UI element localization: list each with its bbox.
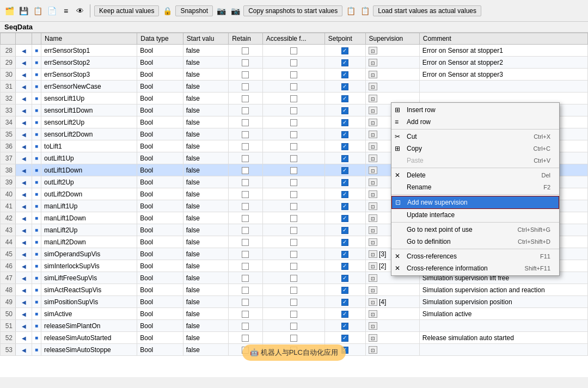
row-setpoint[interactable]: [324, 69, 365, 81]
table-row[interactable]: 48 ◀ ■ simActReactSupVis Bool false ⊡ Si…: [1, 284, 588, 296]
row-access[interactable]: [262, 332, 324, 344]
row-setpoint[interactable]: [324, 296, 365, 308]
table-row[interactable]: 49 ◀ ■ simPositionSupVis Bool false ⊡ [4…: [1, 296, 588, 308]
row-access[interactable]: [262, 320, 324, 332]
ctx-item-11[interactable]: ✕Cross-referencesF11: [391, 250, 559, 262]
row-retain[interactable]: [229, 224, 263, 236]
row-retain[interactable]: [229, 93, 263, 104]
row-setpoint[interactable]: [324, 128, 365, 140]
row-setpoint[interactable]: [324, 260, 365, 272]
row-setpoint[interactable]: [324, 176, 365, 188]
table-row[interactable]: 50 ◀ ■ simActive Bool false ⊡ Simulation…: [1, 308, 588, 320]
row-retain[interactable]: [229, 81, 263, 93]
table-row[interactable]: 29 ◀ ■ errSensorStop2 Bool false ⊡ Error…: [1, 57, 588, 69]
row-setpoint[interactable]: [324, 116, 365, 128]
row-setpoint[interactable]: [324, 140, 365, 152]
table-row[interactable]: 31 ◀ ■ errSensorNewCase Bool false ⊡: [1, 81, 588, 93]
row-retain[interactable]: [229, 164, 263, 176]
row-setpoint[interactable]: [324, 272, 365, 284]
row-setpoint[interactable]: [324, 212, 365, 224]
row-access[interactable]: [262, 224, 324, 236]
row-access[interactable]: [262, 128, 324, 140]
ctx-item-7[interactable]: ⊡Add new supervision: [391, 196, 559, 209]
row-retain[interactable]: [229, 320, 263, 332]
ctx-item-0[interactable]: ⊞Insert row: [391, 104, 559, 116]
row-retain[interactable]: [229, 57, 263, 69]
table-row[interactable]: 51 ◀ ■ releaseSimPlantOn Bool false ⊡: [1, 320, 588, 332]
row-setpoint[interactable]: [324, 188, 365, 200]
ctx-item-3[interactable]: ⊞CopyCtrl+C: [391, 143, 559, 155]
row-access[interactable]: [262, 45, 324, 57]
row-setpoint[interactable]: [324, 236, 365, 248]
row-access[interactable]: [262, 93, 324, 104]
row-setpoint[interactable]: [324, 224, 365, 236]
row-retain[interactable]: [229, 212, 263, 224]
row-setpoint[interactable]: [324, 93, 365, 104]
row-access[interactable]: [262, 248, 324, 260]
row-retain[interactable]: [229, 272, 263, 284]
toolbar-icon-7[interactable]: 📷: [215, 5, 227, 17]
toolbar-icon-5[interactable]: ≡: [60, 5, 72, 17]
row-setpoint[interactable]: [324, 81, 365, 93]
row-retain[interactable]: [229, 284, 263, 296]
row-access[interactable]: [262, 69, 324, 81]
row-retain[interactable]: [229, 152, 263, 164]
table-row[interactable]: 28 ◀ ■ errSensorStop1 Bool false ⊡ Error…: [1, 45, 588, 57]
ctx-item-5[interactable]: ✕DeleteDel: [391, 169, 559, 181]
toolbar-icon-lock[interactable]: 🔒: [161, 5, 173, 17]
row-access[interactable]: [262, 212, 324, 224]
ctx-item-10[interactable]: Go to definitionCtrl+Shift+D: [391, 236, 559, 248]
table-row[interactable]: 30 ◀ ■ errSensorStop3 Bool false ⊡ Error…: [1, 69, 588, 81]
row-access[interactable]: [262, 104, 324, 116]
row-access[interactable]: [262, 188, 324, 200]
row-access[interactable]: [262, 176, 324, 188]
row-access[interactable]: [262, 272, 324, 284]
ctx-item-9[interactable]: Go to next point of useCtrl+Shift+G: [391, 224, 559, 236]
row-retain[interactable]: [229, 69, 263, 81]
load-start-button[interactable]: Load start values as actual values: [373, 5, 481, 16]
row-access[interactable]: [262, 57, 324, 69]
row-retain[interactable]: [229, 236, 263, 248]
row-access[interactable]: [262, 308, 324, 320]
row-retain[interactable]: [229, 308, 263, 320]
ctx-item-1[interactable]: ≡Add row: [391, 116, 559, 128]
copy-snapshots-button[interactable]: Copy snapshots to start values: [243, 5, 342, 16]
ctx-item-2[interactable]: ✂CutCtrl+X: [391, 131, 559, 143]
row-retain[interactable]: [229, 200, 263, 212]
row-access[interactable]: [262, 164, 324, 176]
row-retain[interactable]: [229, 104, 263, 116]
row-retain[interactable]: [229, 260, 263, 272]
row-access[interactable]: [262, 152, 324, 164]
row-access[interactable]: [262, 116, 324, 128]
row-setpoint[interactable]: [324, 104, 365, 116]
row-retain[interactable]: [229, 332, 263, 344]
row-access[interactable]: [262, 296, 324, 308]
ctx-item-4[interactable]: PasteCtrl+V: [391, 155, 559, 167]
ctx-item-8[interactable]: Update interface: [391, 209, 559, 221]
row-setpoint[interactable]: [324, 45, 365, 57]
toolbar-icon-3[interactable]: 📋: [32, 5, 44, 17]
row-retain[interactable]: [229, 140, 263, 152]
toolbar-icon-8[interactable]: 📷: [229, 5, 241, 17]
row-setpoint[interactable]: [324, 248, 365, 260]
ctx-item-12[interactable]: ✕Cross-reference informationShift+F11: [391, 262, 559, 274]
row-access[interactable]: [262, 284, 324, 296]
toolbar-icon-1[interactable]: 🗂️: [3, 5, 15, 17]
row-access[interactable]: [262, 260, 324, 272]
row-access[interactable]: [262, 200, 324, 212]
row-setpoint[interactable]: [324, 200, 365, 212]
row-retain[interactable]: [229, 188, 263, 200]
toolbar-icon-2[interactable]: 💾: [17, 5, 29, 17]
toolbar-icon-10[interactable]: 📋: [359, 5, 371, 17]
row-setpoint[interactable]: [324, 320, 365, 332]
toolbar-icon-4[interactable]: 📄: [46, 5, 58, 17]
row-access[interactable]: [262, 81, 324, 93]
toolbar-icon-6[interactable]: 👁: [74, 5, 86, 17]
row-setpoint[interactable]: [324, 332, 365, 344]
table-row[interactable]: 52 ◀ ■ releaseSimAutoStarted Bool false …: [1, 332, 588, 344]
row-retain[interactable]: [229, 248, 263, 260]
row-retain[interactable]: [229, 296, 263, 308]
keep-actual-button[interactable]: Keep actual values: [94, 5, 159, 16]
row-setpoint[interactable]: [324, 164, 365, 176]
toolbar-icon-9[interactable]: 📋: [345, 5, 357, 17]
